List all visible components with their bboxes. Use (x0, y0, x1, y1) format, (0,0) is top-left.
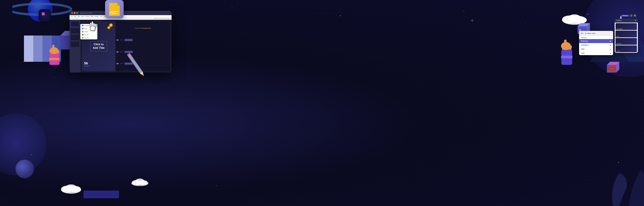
themes-panel: Themes ✕ Click to Add Title click to add… (615, 18, 638, 53)
svg-rect-14 (52, 45, 54, 52)
svg-rect-36 (570, 45, 572, 48)
themes-panel-header: Themes ✕ (615, 18, 638, 22)
settings-icon[interactable]: ⚙ (634, 14, 636, 17)
hand-left (43, 34, 65, 65)
cursor-hand-dropdown (87, 20, 98, 34)
svg-rect-35 (568, 44, 570, 48)
dropdown-label-url: By URL (84, 34, 89, 35)
slide-thumb-1[interactable] (70, 21, 80, 27)
theme-2-title: Click A (616, 36, 619, 37)
maximize-dot[interactable] (76, 12, 78, 14)
fonts-panel-header: A+ A+ More fonts (579, 31, 613, 36)
font-item-inter[interactable]: Inter ▶ (579, 47, 613, 51)
svg-rect-22 (95, 24, 96, 27)
menu-slide[interactable]: Slide (90, 16, 93, 17)
svg-point-57 (66, 184, 76, 191)
menu-insert[interactable]: Insert (81, 16, 84, 17)
svg-point-44 (608, 65, 615, 72)
share-icon[interactable]: 👤 (630, 14, 632, 17)
theme-3-title: Click to Add (616, 43, 621, 44)
stat-56: 56 (84, 62, 90, 67)
click-text-01[interactable]: Click to Add Text (124, 39, 133, 41)
fonts-section-recent: RECENT (579, 36, 613, 39)
cloud-bottom-left (59, 183, 84, 194)
slide-thumb-4[interactable] (70, 41, 80, 47)
theme-thumb-4[interactable]: Click to A (616, 45, 637, 52)
theme-4-title: Click to A (616, 51, 620, 52)
superside-logo: Superside (124, 70, 128, 71)
fonts-icon: A+ (581, 32, 584, 35)
menu-file[interactable]: File (71, 16, 72, 17)
star-plus-2 (470, 18, 474, 22)
svg-rect-19 (92, 21, 93, 26)
slide-thumb-2[interactable] (70, 28, 80, 34)
url-icon (82, 34, 84, 35)
hand-right (553, 28, 578, 65)
slideshow-button[interactable]: Slideshow (622, 15, 629, 16)
3d-box-right-2 (604, 59, 622, 78)
gs-line-2 (110, 12, 115, 13)
gs-icon-corner-fold (117, 3, 120, 6)
menu-arrange[interactable]: Arrange (94, 16, 98, 17)
svg-rect-12 (49, 58, 60, 60)
bottom-slide-tray (84, 191, 119, 198)
coin-1 (109, 23, 113, 27)
svg-rect-20 (90, 22, 92, 26)
gs-icon-lines (110, 11, 118, 14)
theme-1-sub: click to add subtitle (616, 29, 622, 30)
font-arrow-raleway: ▶ (610, 40, 611, 42)
slides-panel (70, 20, 80, 73)
theme-thumb-2[interactable]: Click A (616, 30, 637, 37)
svg-rect-34 (561, 44, 564, 48)
menu-tools[interactable]: Tools (100, 16, 102, 17)
drive-icon (82, 28, 84, 29)
font-item-lato[interactable]: Lato ▶ (579, 51, 613, 55)
themes-title: Themes (616, 20, 621, 21)
camera-icon (82, 37, 84, 39)
font-arrow-helvetica: ▶ (610, 44, 611, 46)
photos-icon (82, 31, 84, 32)
app-icon-left (39, 9, 51, 22)
theme-thumb-3[interactable]: Click to Add (616, 38, 637, 45)
dropdown-label-camera: Camera (84, 37, 89, 39)
gs-line-3 (110, 13, 118, 14)
slide-right-panel: Google Slides Presentation Deck 01 Click… (116, 21, 170, 71)
svg-rect-17 (58, 50, 59, 53)
fonts-header-label: A+ More fonts (585, 32, 596, 34)
theme-thumb-1[interactable]: Click to Add Title click to add subtitle (616, 23, 637, 30)
computer-icon (82, 25, 84, 26)
slide-row-01: 01 Click to Add Text (117, 39, 169, 41)
slide-thumb-3[interactable] (70, 35, 80, 40)
dropdown-item-camera[interactable]: Camera (80, 36, 97, 39)
svg-point-61 (136, 179, 144, 184)
themes-close-icon[interactable]: ✕ (635, 19, 636, 22)
svg-rect-16 (56, 49, 58, 52)
slide-row-02: 02 Click to Add Text (117, 51, 169, 53)
svg-rect-15 (50, 49, 51, 52)
svg-rect-21 (93, 23, 95, 26)
font-name-lato: Lato (581, 52, 584, 54)
click-to-add-title[interactable]: Click toAdd Title (90, 41, 107, 51)
browser-window: Superside presentation File Edit View In… (70, 11, 172, 73)
font-arrow-inter: ▶ (610, 48, 611, 50)
menu-edit[interactable]: Edit (74, 16, 76, 17)
slide-header: Google Slides Presentation Deck (117, 28, 169, 29)
menu-view[interactable]: View (78, 16, 80, 17)
dropdown-label-drive: Drive (84, 28, 87, 29)
svg-rect-33 (564, 39, 566, 47)
toolbar-tabs: Background | Layout | Theme | Transition (154, 18, 170, 19)
gs-icon-document (109, 3, 120, 16)
close-dot[interactable] (72, 12, 73, 14)
svg-rect-31 (561, 56, 572, 58)
cloud-bottom-mid (130, 178, 150, 186)
fonts-panel: A+ A+ More fonts RECENT Raleway ▶ Helvet… (579, 31, 613, 55)
coin-2 (108, 26, 110, 29)
font-item-raleway[interactable]: Raleway ▶ (579, 39, 613, 43)
font-arrow-lato: ▶ (610, 52, 611, 54)
menu-format[interactable]: Format (86, 16, 89, 17)
font-name-helvetica: Helvetica (581, 44, 588, 46)
font-name-inter: Inter (581, 48, 585, 50)
font-item-helvetica[interactable]: Helvetica ▶ (579, 43, 613, 47)
google-slides-floating-icon (105, 0, 124, 18)
minimize-dot[interactable] (74, 12, 76, 14)
